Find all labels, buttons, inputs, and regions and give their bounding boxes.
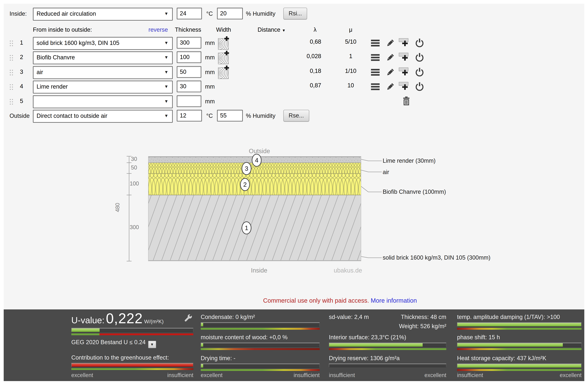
reorder-icon[interactable]	[371, 54, 380, 61]
drying-reserve-label: Drying reserve: 1306 g/m²a	[329, 355, 399, 362]
rsi-button[interactable]: Rsi...	[283, 8, 307, 19]
material-select[interactable]: Lime render ▼	[33, 81, 173, 93]
wood-grain-add-width-icon[interactable]	[218, 51, 230, 64]
power-toggle-icon[interactable]	[415, 53, 424, 62]
material-select[interactable]: ▼	[33, 95, 173, 108]
ubakus-calculator-page: Inside: Reduced air circulation ▼ °C % H…	[4, 4, 584, 381]
thickness-input[interactable]	[177, 37, 201, 49]
rse-button[interactable]: Rse...	[283, 110, 309, 121]
interior-surface-label: Interior surface: 23,3°C (21%)	[329, 334, 406, 341]
inside-humidity-input[interactable]	[217, 8, 243, 19]
damping-bar	[457, 322, 582, 327]
width-header: Width	[216, 26, 231, 33]
interior-surface-scale-strip	[329, 348, 446, 350]
condensate-label: Condensate: 0 kg/m²	[201, 314, 255, 320]
wood-grain-add-width-icon[interactable]	[218, 36, 230, 50]
moisture-scale-strip	[201, 348, 320, 350]
outside-label: Outside	[10, 113, 30, 119]
wood-grain-add-width-icon[interactable]	[218, 66, 230, 79]
more-information-link[interactable]: More information	[371, 297, 417, 304]
edit-icon[interactable]	[386, 82, 394, 91]
material-select-value: solid brick 1600 kg/m3, DIN 105	[37, 40, 119, 46]
outside-humidity-unit: % Humidity	[246, 113, 275, 119]
scale-labels: excellent insufficient	[71, 372, 193, 379]
reverse-link[interactable]: reverse	[148, 26, 168, 33]
drag-handle-icon[interactable]	[9, 98, 14, 106]
power-toggle-icon[interactable]	[415, 67, 424, 77]
lambda-value: 0,028	[290, 53, 321, 60]
greenhouse-bar-fill	[72, 363, 193, 367]
layer-3-badge: 3	[242, 162, 252, 175]
thickness-input[interactable]	[177, 81, 201, 92]
mu-header: μ	[337, 26, 365, 33]
delete-layer-icon[interactable]	[403, 97, 410, 106]
insufficient-label: insufficient	[457, 372, 483, 378]
geg-dropdown-button[interactable]: ▼	[148, 341, 156, 348]
layer-4-badge: 4	[252, 154, 262, 167]
drying-time-scale-strip	[201, 369, 320, 371]
geg-requirement-label: GEG 2020 Bestand U ≤ 0.24	[71, 339, 146, 345]
thickness-input[interactable]	[177, 95, 201, 107]
moisture-bar-fill	[201, 343, 203, 347]
outside-humidity-input[interactable]	[217, 110, 243, 121]
u-value-scale-strip	[71, 333, 193, 335]
power-toggle-icon[interactable]	[415, 38, 424, 48]
drying-time-label: Drying time: -	[201, 355, 235, 362]
drag-handle-icon[interactable]	[9, 54, 14, 62]
layer-row: 3 air ▼ mm 0,18 1/10	[4, 66, 584, 79]
insert-layer-icon[interactable]	[399, 38, 409, 46]
wall-cross-section	[148, 156, 361, 261]
commercial-notice-text: Commercial use only with paid access.	[263, 297, 369, 304]
material-select[interactable]: solid brick 1600 kg/m3, DIN 105 ▼	[33, 37, 173, 50]
scale-labels: insufficient excellent	[457, 372, 582, 379]
edit-icon[interactable]	[386, 53, 394, 62]
reorder-icon[interactable]	[371, 69, 380, 76]
moisture-column: Condensate: 0 kg/m² moisture content of …	[201, 309, 320, 381]
from-inside-to-outside-label: From inside to outside:	[33, 26, 92, 33]
insert-layer-icon[interactable]	[399, 52, 409, 61]
inside-temperature-input[interactable]	[177, 8, 202, 19]
drag-handle-icon[interactable]	[9, 83, 14, 91]
reorder-icon[interactable]	[371, 83, 380, 91]
outside-temperature-input[interactable]	[177, 110, 202, 121]
outside-condition-select[interactable]: Direct contact to outside air ▼	[33, 110, 173, 123]
layer-number: 5	[16, 98, 27, 105]
heat-storage-bar-fill	[457, 364, 581, 367]
condensate-scale-strip	[201, 328, 320, 330]
outside-temp-unit: °C	[206, 113, 213, 119]
reorder-icon[interactable]	[371, 40, 380, 47]
phase-shift-bar-fill	[457, 343, 563, 347]
results-bar: U-value: 0,222 W/(m²K) GEG 2020 Bestand …	[4, 309, 584, 381]
moisture-bar	[201, 343, 320, 347]
insert-layer-icon[interactable]	[399, 67, 409, 76]
lambda-value: 0,18	[290, 68, 321, 74]
material-select[interactable]: Biofib Chanvre ▼	[33, 51, 173, 64]
insert-layer-icon[interactable]	[399, 82, 409, 90]
thickness-input[interactable]	[177, 51, 201, 63]
power-toggle-icon[interactable]	[415, 82, 424, 91]
edit-icon[interactable]	[386, 68, 394, 77]
sd-value-label: sd-value: 2,4 m	[329, 314, 369, 320]
distance-header[interactable]: Distance ▼	[258, 26, 286, 33]
thickness-input[interactable]	[177, 66, 201, 78]
inside-condition-select[interactable]: Reduced air circulation ▼	[33, 8, 173, 21]
chevron-down-icon: ▼	[164, 69, 168, 74]
callout-solid-brick: solid brick 1600 kg/m3, DIN 105 (300mm)	[383, 254, 490, 261]
drag-handle-icon[interactable]	[9, 69, 14, 76]
wrench-icon[interactable]	[184, 314, 192, 322]
u-value-bar-fill	[72, 328, 100, 332]
material-select[interactable]: air ▼	[33, 66, 173, 79]
dim-50: 50	[131, 164, 137, 171]
chevron-down-icon: ▼	[282, 28, 286, 33]
weight-label: Weight: 526 kg/m²	[399, 323, 446, 330]
drag-handle-icon[interactable]	[9, 40, 14, 47]
callout-air: air	[383, 169, 389, 176]
layer-number: 3	[16, 68, 27, 75]
excellent-label: excellent	[560, 372, 582, 379]
excellent-label: excellent	[424, 372, 446, 379]
interior-surface-bar-fill	[329, 343, 423, 347]
layer-1-badge: 1	[242, 222, 252, 234]
edit-icon[interactable]	[386, 39, 394, 47]
app-canvas: Inside: Reduced air circulation ▼ °C % H…	[0, 0, 588, 386]
condensate-bar-fill	[201, 323, 203, 326]
